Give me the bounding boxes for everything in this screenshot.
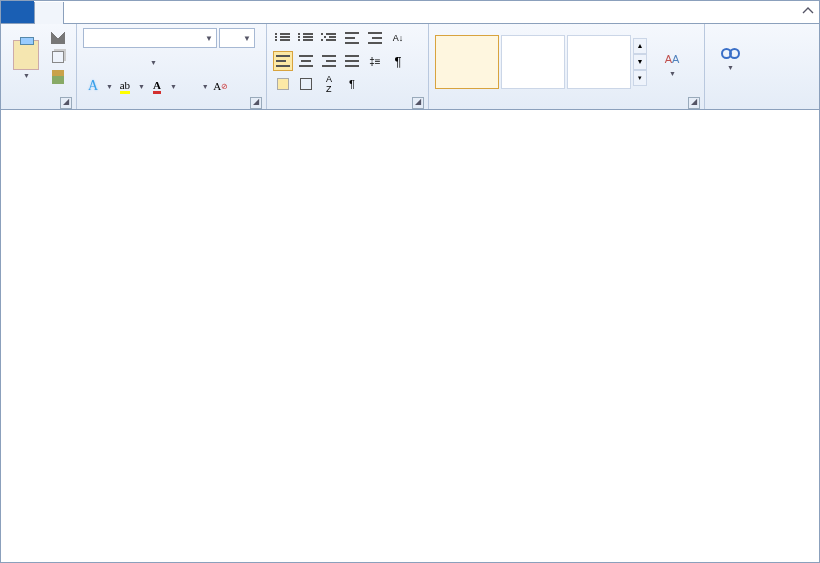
justify-icon	[345, 55, 359, 67]
group-paragraph: A↓ ‡≡ ¶ AZ ¶ ◢	[267, 24, 429, 109]
bullets-button[interactable]	[273, 28, 293, 48]
group-styles: ▲ ▼ ▾ AA ▼ ◢	[429, 24, 705, 109]
cut-icon	[51, 30, 65, 44]
chevron-down-icon[interactable]: ▼	[170, 83, 177, 90]
chevron-down-icon[interactable]: ▼	[633, 54, 647, 70]
paste-icon	[13, 40, 39, 70]
align-right-button[interactable]	[319, 51, 339, 71]
subscript-button[interactable]	[181, 52, 201, 72]
shrink-font-button[interactable]	[247, 52, 267, 72]
chevron-down-icon[interactable]: ▼	[106, 83, 113, 90]
shading-button[interactable]	[273, 74, 293, 94]
chevron-down-icon[interactable]: ▼	[202, 83, 209, 90]
underline-button[interactable]	[127, 52, 147, 72]
tab-developer[interactable]	[238, 1, 267, 23]
find-icon	[721, 48, 739, 62]
borders-icon	[300, 78, 312, 90]
sort-az-icon: AZ	[326, 74, 332, 94]
change-styles-button[interactable]: AA ▼	[647, 29, 697, 95]
italic-button[interactable]	[105, 52, 125, 72]
ribbon-tab-bar	[1, 1, 819, 24]
copy-button[interactable]	[49, 48, 67, 66]
sort-button[interactable]: A↓	[388, 28, 408, 48]
tab-file[interactable]	[1, 1, 34, 23]
borders-button[interactable]	[296, 74, 316, 94]
chevron-down-icon: ▼	[727, 64, 734, 71]
chevron-up-icon[interactable]: ▲	[633, 38, 647, 54]
align-right-icon	[322, 55, 336, 67]
sort-az-button[interactable]: AZ	[319, 74, 339, 94]
font-size-combo[interactable]: ▼	[219, 28, 255, 48]
decrease-indent-icon	[345, 32, 359, 44]
tab-home[interactable]	[34, 2, 64, 24]
font-size-input[interactable]	[220, 29, 240, 47]
brush-icon	[52, 70, 64, 84]
tab-references[interactable]	[122, 1, 151, 23]
font-name-input[interactable]	[84, 29, 202, 47]
superscript-button[interactable]	[203, 52, 223, 72]
style-normal[interactable]	[435, 35, 499, 89]
dialog-launcher-clipboard[interactable]: ◢	[60, 97, 72, 109]
line-spacing-icon: ‡≡	[369, 56, 380, 67]
align-left-icon	[276, 55, 290, 67]
align-left-button[interactable]	[273, 51, 293, 71]
multilevel-list-button[interactable]	[319, 28, 339, 48]
copy-icon	[52, 51, 64, 63]
bullets-icon	[276, 32, 290, 44]
document-area[interactable]	[1, 110, 819, 563]
numbering-icon	[299, 32, 313, 44]
text-effects-button[interactable]: A	[83, 76, 103, 96]
bold-button[interactable]	[83, 52, 103, 72]
dialog-launcher-paragraph[interactable]: ◢	[412, 97, 424, 109]
increase-indent-icon	[368, 32, 382, 44]
style-no-spacing[interactable]	[501, 35, 565, 89]
chevron-down-icon[interactable]: ▼	[202, 34, 216, 43]
sort-icon: A↓	[393, 33, 404, 43]
align-center-button[interactable]	[296, 51, 316, 71]
minimize-ribbon-icon[interactable]	[797, 1, 819, 23]
highlight-button[interactable]: ab	[115, 76, 135, 96]
show-marks-button[interactable]: ¶	[388, 51, 408, 71]
cut-button[interactable]	[49, 28, 67, 46]
justify-button[interactable]	[342, 51, 362, 71]
numbering-button[interactable]	[296, 28, 316, 48]
decrease-indent-button[interactable]	[342, 28, 362, 48]
paragraph-marks-button[interactable]: ¶	[342, 74, 362, 94]
ribbon: ▼ ◢ ▼ ▼	[1, 24, 819, 110]
dialog-launcher-styles[interactable]: ◢	[688, 97, 700, 109]
strikethrough-button[interactable]	[159, 52, 179, 72]
format-painter-button[interactable]	[49, 68, 67, 86]
line-spacing-button[interactable]: ‡≡	[365, 51, 385, 71]
chevron-down-icon: ▼	[23, 72, 30, 79]
dialog-launcher-font[interactable]: ◢	[250, 97, 262, 109]
tab-view[interactable]	[209, 1, 238, 23]
tab-mailings[interactable]	[151, 1, 180, 23]
styles-gallery-scroll[interactable]: ▲ ▼ ▾	[633, 38, 647, 86]
font-color-button[interactable]: A	[147, 76, 167, 96]
grow-font-button[interactable]	[225, 52, 245, 72]
group-editing: ▼	[705, 24, 755, 109]
increase-indent-button[interactable]	[365, 28, 385, 48]
chevron-down-icon[interactable]: ▼	[240, 34, 254, 43]
expand-gallery-icon[interactable]: ▾	[633, 70, 647, 86]
change-styles-icon: AA	[665, 47, 680, 68]
tab-review[interactable]	[180, 1, 209, 23]
group-font: ▼ ▼ ▼ A▼ ab▼ A▼ ▼	[77, 24, 267, 109]
chevron-down-icon[interactable]: ▼	[138, 83, 145, 90]
chevron-down-icon[interactable]: ▼	[150, 59, 157, 66]
change-case-button[interactable]	[179, 76, 199, 96]
multilevel-icon	[322, 32, 336, 44]
tab-page-layout[interactable]	[93, 1, 122, 23]
group-clipboard: ▼ ◢	[1, 24, 77, 109]
paste-button[interactable]: ▼	[5, 26, 47, 92]
pilcrow-icon: ¶	[349, 78, 355, 90]
shading-icon	[277, 78, 289, 90]
align-center-icon	[299, 55, 313, 67]
tab-insert[interactable]	[64, 1, 93, 23]
font-name-combo[interactable]: ▼	[83, 28, 217, 48]
editing-button[interactable]: ▼	[709, 26, 751, 92]
clear-formatting-button[interactable]: A⊘	[211, 76, 231, 96]
style-heading-1[interactable]	[567, 35, 631, 89]
chevron-down-icon: ▼	[669, 70, 676, 77]
pilcrow-icon: ¶	[395, 54, 402, 69]
